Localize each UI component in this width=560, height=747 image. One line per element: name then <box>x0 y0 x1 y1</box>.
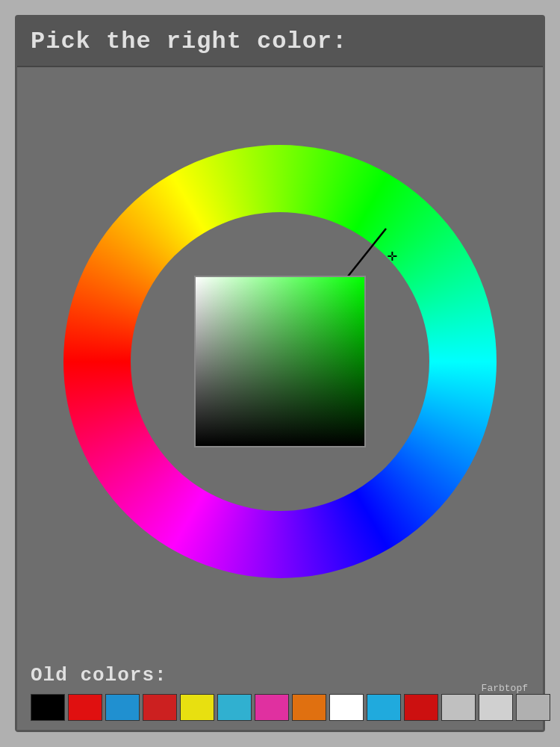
swatch-light-silver[interactable] <box>479 694 513 721</box>
swatch-pink[interactable] <box>255 694 289 721</box>
swatch-sky-blue[interactable] <box>367 694 401 721</box>
swatch-orange[interactable] <box>292 694 326 721</box>
swatch-dark-red[interactable] <box>143 694 177 721</box>
color-wheel-area[interactable]: ✛ <box>17 67 543 655</box>
title-bar: Pick the right color: <box>17 17 543 67</box>
swatch-black[interactable] <box>31 694 65 721</box>
color-swatches-container <box>31 694 529 721</box>
app-container: Pick the right color: <box>15 15 545 732</box>
page-title: Pick the right color: <box>31 28 347 55</box>
swatch-red[interactable] <box>68 694 102 721</box>
move-cursor-icon: ✛ <box>387 247 396 266</box>
swatch-cyan[interactable] <box>217 694 252 721</box>
swatch-yellow[interactable] <box>180 694 214 721</box>
old-colors-label: Old colors: <box>31 664 529 686</box>
color-wheel-wrapper[interactable]: ✛ <box>63 145 497 578</box>
saturation-brightness-picker[interactable] <box>194 276 366 447</box>
swatch-red2[interactable] <box>404 694 438 721</box>
watermark: Farbtopf <box>482 683 528 694</box>
bottom-section: Old colors: <box>17 655 543 730</box>
swatch-white[interactable] <box>329 694 364 721</box>
swatch-silver[interactable] <box>441 694 476 721</box>
swatch-light-blue[interactable] <box>105 694 140 721</box>
swatch-gray[interactable] <box>516 694 550 721</box>
